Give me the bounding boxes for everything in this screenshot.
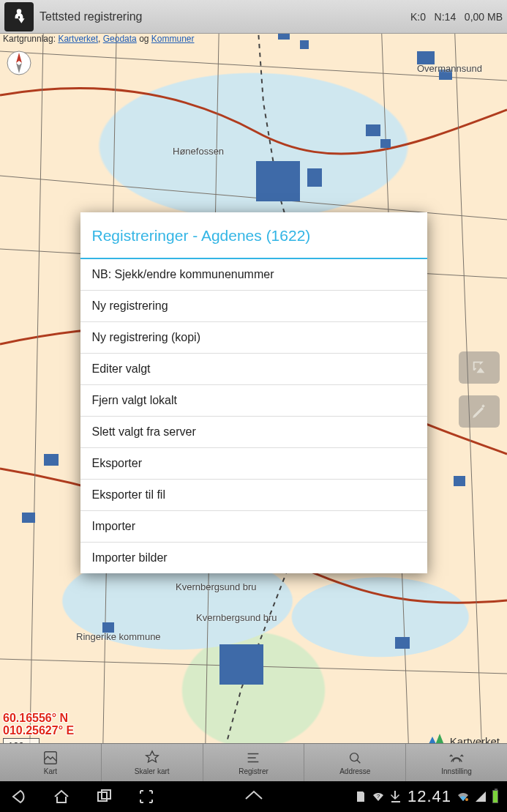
registreringer-dialog: Registreringer - Agdenes (1622) NB: Sjek… <box>80 212 427 573</box>
dlg-item-editer-valgt[interactable]: Editer valgt <box>80 354 427 385</box>
dlg-item-ny-registrering-kopi[interactable]: Ny registrering (kopi) <box>80 322 427 354</box>
dlg-item-eksporter[interactable]: Eksporter <box>80 448 427 480</box>
dlg-item-check-kommune[interactable]: NB: Sjekk/endre kommunenummer <box>80 259 427 291</box>
dlg-item-eksporter-fil[interactable]: Eksporter til fil <box>80 480 427 511</box>
dlg-item-ny-registrering[interactable]: Ny registrering <box>80 291 427 322</box>
dialog-title: Registreringer - Agdenes (1622) <box>80 212 427 259</box>
dlg-item-importer-bilder[interactable]: Importer bilder <box>80 543 427 573</box>
dlg-item-fjern-lokalt[interactable]: Fjern valgt lokalt <box>80 385 427 417</box>
dlg-item-importer[interactable]: Importer <box>80 511 427 543</box>
dlg-item-slett-server[interactable]: Slett valgt fra server <box>80 417 427 448</box>
